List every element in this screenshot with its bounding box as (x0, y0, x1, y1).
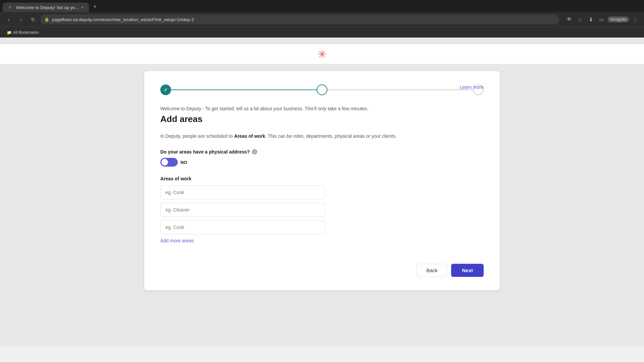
step-2-circle (317, 84, 327, 95)
step-1-circle: ✓ (160, 84, 171, 95)
lock-icon: 🔒 (44, 17, 49, 22)
menu-icon[interactable]: ⋮ (631, 15, 640, 24)
bookmarks-bar: 📁 All Bookmarks (0, 27, 644, 38)
bookmark-star-icon[interactable]: ☆ (575, 15, 585, 24)
deputy-header: ✳ (0, 44, 644, 64)
description-text-1: In Deputy, people are scheduled to (160, 133, 234, 139)
wizard-footer: Back Next (160, 257, 484, 277)
info-icon[interactable]: i (252, 149, 257, 155)
description-text-2: . This can be roles, departments, physic… (265, 133, 397, 139)
toggle-knob (161, 159, 168, 166)
description-highlight: Areas of work (234, 133, 265, 139)
wizard-description: In Deputy, people are scheduled to Areas… (160, 132, 484, 140)
physical-address-label: Do your areas have a physical address? i (160, 149, 484, 155)
browser-tab-bar: ✳ Welcome to Deputy! Set up yo... × + (0, 0, 644, 12)
add-more-areas-link[interactable]: Add more areas (160, 238, 194, 243)
address-text: pageflows.na.deputy.com/exec/new_locatio… (52, 17, 555, 22)
area-input-3[interactable] (160, 220, 325, 234)
page-content: ✳ Learn more ✓ Welcome to Deputy - To ge… (0, 38, 644, 347)
physical-address-section: Do your areas have a physical address? i… (160, 149, 484, 167)
refresh-button[interactable]: ↻ (28, 15, 38, 24)
tab-title: Welcome to Deputy! Set up yo... (16, 5, 78, 10)
bookmarks-link[interactable]: 📁 All Bookmarks (4, 29, 42, 36)
areas-of-work-section: Areas of work Add more areas (160, 176, 484, 244)
areas-label: Areas of work (160, 176, 484, 181)
tab-close-button[interactable]: × (81, 5, 84, 10)
step-1-check: ✓ (164, 87, 168, 93)
sidebar-icon[interactable]: ▭ (597, 15, 606, 24)
wizard-card: Learn more ✓ Welcome to Deputy - To get … (144, 71, 500, 290)
area-input-1[interactable] (160, 185, 325, 199)
download-icon[interactable]: ⬇ (586, 15, 595, 24)
forward-button[interactable]: › (16, 15, 25, 24)
back-button[interactable]: ‹ (4, 15, 13, 24)
eye-icon[interactable]: 👁 (565, 15, 574, 24)
learn-more-link[interactable]: Learn more (460, 84, 484, 90)
toggle-container: NO (160, 158, 484, 167)
physical-address-text: Do your areas have a physical address? (160, 149, 250, 155)
incognito-badge: Incognito (607, 16, 629, 22)
physical-address-toggle[interactable] (160, 158, 178, 167)
wizard-title: Add areas (160, 114, 484, 124)
deputy-logo: ✳ (318, 48, 327, 61)
active-tab[interactable]: ✳ Welcome to Deputy! Set up yo... × (3, 3, 89, 12)
wizard-subtitle: Welcome to Deputy - To get started, tell… (160, 106, 484, 111)
tab-favicon: ✳ (8, 5, 13, 10)
address-bar-row: ‹ › ↻ 🔒 pageflows.na.deputy.com/exec/new… (0, 12, 644, 27)
new-tab-button[interactable]: + (90, 2, 100, 11)
address-bar[interactable]: 🔒 pageflows.na.deputy.com/exec/new_locat… (40, 14, 559, 24)
step-line-2 (327, 89, 473, 90)
toolbar-icons: 👁 ☆ ⬇ ▭ Incognito ⋮ (565, 15, 640, 24)
folder-icon: 📁 (7, 30, 12, 35)
area-input-2[interactable] (160, 203, 325, 217)
back-button[interactable]: Back (417, 264, 447, 277)
bookmarks-label: All Bookmarks (13, 30, 39, 35)
step-line-1 (171, 89, 317, 90)
toggle-state-label: NO (180, 160, 187, 165)
next-button[interactable]: Next (451, 264, 484, 277)
progress-stepper: ✓ (160, 84, 484, 95)
